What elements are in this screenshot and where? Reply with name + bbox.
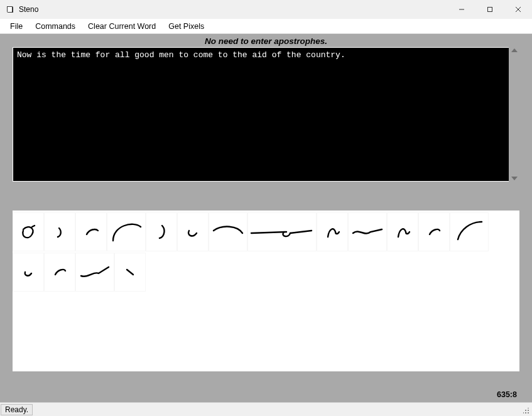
text-output-frame: Now is the time for all good men to come…: [13, 47, 519, 182]
text-output[interactable]: Now is the time for all good men to come…: [13, 48, 519, 181]
glyph-good[interactable]: [209, 212, 247, 251]
shorthand-row: [13, 212, 519, 292]
glyph-to[interactable]: [317, 212, 348, 251]
hint-label: No need to enter apostrophes.: [0, 34, 532, 47]
status-bar: Ready.: [0, 402, 532, 416]
glyph-is[interactable]: [44, 212, 75, 251]
glyph-time[interactable]: [107, 212, 146, 251]
status-ready: Ready.: [1, 404, 33, 415]
menu-bar: File Commands Clear Current Word Get Pix…: [0, 19, 532, 34]
shorthand-panel: [13, 211, 519, 371]
glyph-the[interactable]: [75, 212, 107, 251]
glyph-the-3[interactable]: [44, 253, 75, 292]
glyph-country[interactable]: [75, 253, 114, 292]
minimize-button[interactable]: [447, 0, 475, 19]
window-controls: [447, 0, 532, 19]
glyph-period[interactable]: [114, 253, 146, 292]
maximize-button[interactable]: [475, 0, 504, 19]
glyph-for[interactable]: [146, 212, 177, 251]
glyph-to-2[interactable]: [387, 212, 418, 251]
glyph-aid[interactable]: [450, 212, 489, 251]
menu-commands[interactable]: Commands: [29, 21, 82, 32]
menu-file[interactable]: File: [4, 21, 29, 32]
glyph-now[interactable]: [13, 212, 44, 251]
close-button[interactable]: [504, 0, 532, 19]
scroll-down-icon[interactable]: [511, 177, 518, 180]
glyph-come[interactable]: [348, 212, 387, 251]
menu-get-pixels[interactable]: Get Pixels: [162, 21, 210, 32]
glyph-all[interactable]: [177, 212, 209, 251]
text-scrollbar[interactable]: [509, 47, 519, 182]
glyph-men[interactable]: [247, 212, 317, 251]
coordinate-readout: 635:8: [497, 390, 517, 399]
title-bar: Steno: [0, 0, 532, 19]
scroll-up-icon[interactable]: [511, 48, 518, 52]
glyph-of[interactable]: [13, 253, 44, 292]
resize-grip-icon[interactable]: [519, 404, 531, 415]
book-icon: [5, 4, 15, 14]
svg-rect-1: [487, 8, 492, 12]
window-title: Steno: [19, 5, 38, 14]
glyph-the-2[interactable]: [418, 212, 450, 251]
client-area: No need to enter apostrophes. Now is the…: [0, 34, 532, 402]
menu-clear-current-word[interactable]: Clear Current Word: [82, 21, 162, 32]
